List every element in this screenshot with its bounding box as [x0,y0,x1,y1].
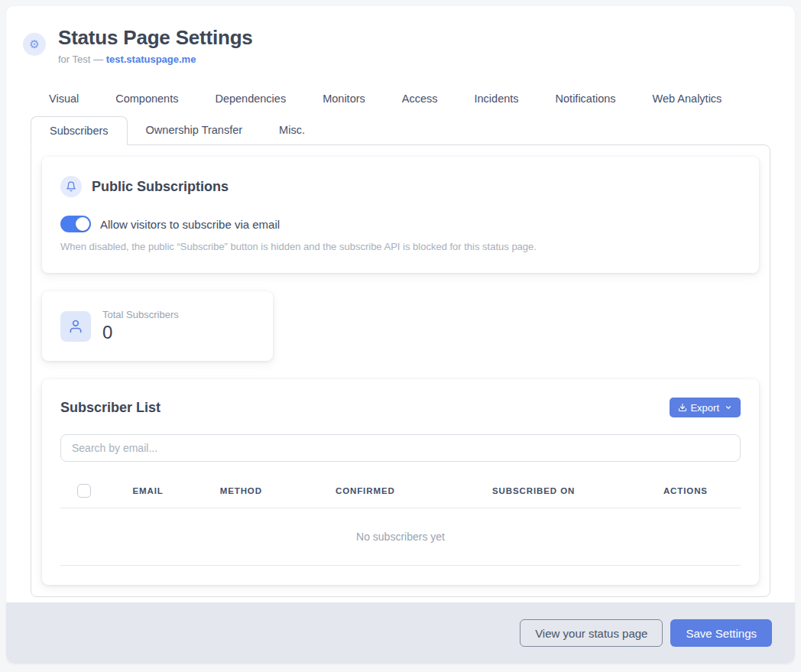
settings-tabs: Visual Components Dependencies Monitors … [6,86,795,144]
tab-access[interactable]: Access [384,86,456,111]
tab-visual[interactable]: Visual [31,86,97,111]
tab-web-analytics[interactable]: Web Analytics [634,86,741,111]
subscriber-table-body: No subscribers yet [60,508,741,566]
chevron-down-icon [725,404,732,411]
subscriber-list-title: Subscriber List [60,400,161,416]
column-email: EMAIL [108,477,188,508]
public-subscriptions-header: Public Subscriptions [60,176,741,197]
subscriber-table-head: EMAIL METHOD CONFIRMED SUBSCRIBED ON ACT… [60,477,741,508]
bell-icon [60,176,82,197]
export-button[interactable]: Export [670,398,741,417]
save-settings-button[interactable]: Save Settings [670,619,772,647]
page-header-text: Status Page Settings for Test — test.sta… [58,26,253,65]
search-input[interactable] [60,434,741,462]
status-page-settings-card: ⚙ Status Page Settings for Test — test.s… [6,6,795,664]
tab-dependencies[interactable]: Dependencies [196,86,304,111]
subscribe-toggle-row: Allow visitors to subscribe via email [60,216,741,232]
view-status-page-button[interactable]: View your status page [520,619,663,647]
public-subscriptions-title: Public Subscriptions [92,179,229,195]
empty-state-row: No subscribers yet [60,508,741,566]
select-all-header-cell [60,477,108,508]
column-subscribed-on: SUBSCRIBED ON [436,477,630,508]
status-page-link[interactable]: test.statuspage.me [106,54,196,65]
allow-subscribe-toggle[interactable] [60,216,91,232]
subtitle-prefix: for Test — [58,54,106,65]
gear-icon: ⚙ [23,33,46,56]
subscribe-help-text: When disabled, the public “Subscribe” bu… [60,241,741,252]
tab-components[interactable]: Components [97,86,196,111]
subscriber-list-card: Subscriber List Export [42,379,759,585]
subscriber-list-header: Subscriber List Export [60,398,741,417]
footer-bar: View your status page Save Settings [6,602,795,664]
toggle-knob [76,217,89,231]
page-title: Status Page Settings [58,26,253,50]
stat-label: Total Subscribers [102,309,179,320]
total-subscribers-stat: Total Subscribers 0 [102,309,179,343]
tab-misc[interactable]: Misc. [261,116,323,144]
total-subscribers-card: Total Subscribers 0 [42,291,273,361]
stat-value: 0 [102,322,179,343]
tab-row-1: Visual Components Dependencies Monitors … [31,86,770,111]
tab-incidents[interactable]: Incidents [456,86,537,111]
column-actions: ACTIONS [631,477,741,508]
column-method: METHOD [188,477,293,508]
tab-row-2: Subscribers Ownership Transfer Misc. [31,116,770,144]
page-subtitle: for Test — test.statuspage.me [58,54,253,65]
allow-subscribe-label: Allow visitors to subscribe via email [100,218,280,231]
public-subscriptions-card: Public Subscriptions Allow visitors to s… [42,157,759,273]
user-icon [60,311,91,342]
tab-monitors[interactable]: Monitors [304,86,384,111]
download-icon [678,403,687,412]
tab-ownership-transfer[interactable]: Ownership Transfer [128,116,261,144]
subscriber-table: EMAIL METHOD CONFIRMED SUBSCRIBED ON ACT… [60,477,741,566]
subscribers-panel: Public Subscriptions Allow visitors to s… [31,144,770,597]
tab-subscribers[interactable]: Subscribers [31,116,128,145]
column-confirmed: CONFIRMED [293,477,436,508]
tab-notifications[interactable]: Notifications [537,86,634,111]
export-button-label: Export [690,402,719,414]
select-all-checkbox[interactable] [77,484,91,498]
page-header: ⚙ Status Page Settings for Test — test.s… [6,6,795,65]
empty-state-text: No subscribers yet [60,508,741,566]
